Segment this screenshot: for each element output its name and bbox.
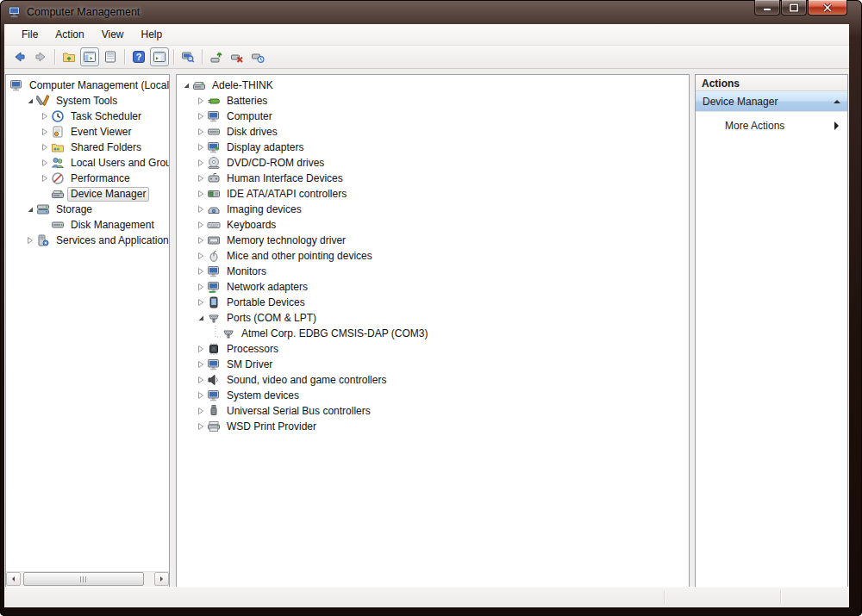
tree-item-label[interactable]: System devices [223,389,303,403]
tree-item-label[interactable]: WSD Print Provider [223,420,320,434]
tree-item-label[interactable]: Monitors [223,264,270,279]
tree-item-shared-folders[interactable]: Shared Folders [6,140,169,155]
up-level-button[interactable] [59,47,78,66]
tree-item-adele-think[interactable]: Adele-THINK [177,78,689,93]
tree-item-label[interactable]: SM Driver [223,358,276,372]
expander-icon[interactable] [195,372,207,388]
expander-icon[interactable] [195,295,207,310]
title-bar[interactable]: Computer Management [0,0,862,24]
expander-icon[interactable] [24,233,36,248]
tree-item-system-devices[interactable]: System devices [177,388,689,403]
back-button[interactable] [10,47,29,66]
expander-icon[interactable] [195,248,207,264]
tree-item-keyboards[interactable]: Keyboards [177,217,689,233]
tree-item-performance[interactable]: Performance [6,171,169,186]
tree-item-sm-driver[interactable]: SM Driver [177,357,689,372]
expander-icon[interactable] [195,357,207,372]
scrollbar-track[interactable] [21,572,154,587]
expander-icon[interactable] [195,186,207,202]
expander-icon[interactable] [195,388,207,403]
tree-item-label[interactable]: Display adapters [223,140,307,155]
expander-icon[interactable] [39,109,51,124]
tree-item-label[interactable]: Sound, video and game controllers [223,373,390,388]
expander-icon[interactable] [39,171,51,186]
scrollbar-thumb[interactable] [23,572,144,586]
scroll-left-button[interactable] [6,572,21,586]
tree-item-processors[interactable]: Processors [177,341,689,357]
menu-action[interactable]: Action [47,26,92,44]
tree-item-label[interactable]: Event Viewer [67,125,134,140]
chevron-up-icon[interactable] [834,100,840,103]
help-button[interactable]: ? [129,47,148,66]
tree-item-storage[interactable]: Storage [6,202,169,217]
tree-item-display-adapters[interactable]: Display adapters [177,140,689,155]
tree-item-label[interactable]: Computer Management (Local) [26,78,169,93]
forward-button[interactable] [31,47,50,66]
tree-item-human-interface-devices[interactable]: Human Interface Devices [177,171,689,186]
more-actions-item[interactable]: More Actions [696,116,847,135]
tree-item-services-and-applications[interactable]: Services and Applications [6,233,169,248]
tree-item-label[interactable]: Processors [223,342,282,357]
expander-icon[interactable] [195,310,207,326]
tree-item-label[interactable]: Ports (COM & LPT) [223,311,320,326]
scroll-right-button[interactable] [154,572,169,586]
expander-icon[interactable] [195,419,207,434]
tree-item-label[interactable]: IDE ATA/ATAPI controllers [223,187,350,202]
expander-icon[interactable] [39,124,51,140]
tree-item-imaging-devices[interactable]: Imaging devices [177,202,689,217]
maximize-button[interactable] [781,0,807,16]
tree-item-label[interactable]: Task Scheduler [67,109,145,124]
show-console-tree-button[interactable] [80,47,99,66]
expander-icon[interactable] [195,93,207,109]
expander-icon[interactable] [195,341,207,357]
expander-icon[interactable] [195,140,207,155]
expander-icon[interactable] [180,78,192,93]
expander-icon[interactable] [195,403,207,419]
tree-item-computer[interactable]: Computer [177,109,689,124]
tree-item-portable-devices[interactable]: Portable Devices [177,295,689,310]
minimize-button[interactable] [754,0,780,16]
tree-item-label[interactable]: Imaging devices [223,202,305,217]
tree-item-label[interactable]: Portable Devices [223,296,309,310]
tree-item-label[interactable]: Network adapters [223,280,311,295]
tree-item-label[interactable]: Adele-THINK [209,78,277,93]
tree-item-label[interactable]: Disk Management [67,218,158,233]
expander-icon[interactable] [195,124,207,140]
tree-item-label[interactable]: Atmel Corp. EDBG CMSIS-DAP (COM3) [238,327,431,341]
tree-item-label[interactable]: Storage [53,202,96,217]
expander-icon[interactable] [195,279,207,295]
tree-item-label[interactable]: System Tools [53,94,121,109]
tree-item-sound-video-and-game-controllers[interactable]: Sound, video and game controllers [177,372,689,388]
tree-item-label[interactable]: Batteries [223,94,271,109]
tree-item-task-scheduler[interactable]: Task Scheduler [6,109,169,124]
tree-item-label[interactable]: Computer [223,109,276,124]
export-list-button[interactable] [101,47,120,66]
tree-item-monitors[interactable]: Monitors [177,264,689,279]
tree-item-mice-and-other-pointing-devices[interactable]: Mice and other pointing devices [177,248,689,264]
expander-icon[interactable] [195,155,207,171]
tree-item-label[interactable]: Universal Serial Bus controllers [223,404,374,419]
tree-item-label[interactable]: DVD/CD-ROM drives [223,156,328,171]
tree-item-atmel-corp-edbg-cmsis-dap-com3[interactable]: Atmel Corp. EDBG CMSIS-DAP (COM3) [177,326,689,341]
tree-item-label[interactable]: Device Manager [67,187,149,202]
update-driver-button[interactable] [207,47,226,66]
tree-item-device-manager[interactable]: Device Manager [6,186,169,202]
menu-help[interactable]: Help [133,26,172,44]
tree-item-batteries[interactable]: Batteries [177,93,689,109]
expander-icon[interactable] [195,171,207,186]
tree-item-event-viewer[interactable]: Event Viewer [6,124,169,140]
horizontal-scrollbar[interactable] [6,571,169,587]
uninstall-device-button[interactable] [228,47,247,66]
tree-item-label[interactable]: Human Interface Devices [223,171,347,186]
tree-item-system-tools[interactable]: System Tools [6,93,169,109]
tree-item-label[interactable]: Keyboards [223,218,279,233]
tree-item-network-adapters[interactable]: Network adapters [177,279,689,295]
menu-file[interactable]: File [13,26,47,44]
expander-icon[interactable] [39,155,51,171]
expander-icon[interactable] [195,202,207,217]
tree-item-label[interactable]: Memory technology driver [223,233,349,248]
show-action-pane-button[interactable] [150,47,169,66]
tree-item-ports-com-lpt[interactable]: Ports (COM & LPT) [177,310,689,326]
tree-item-ide-ata-atapi-controllers[interactable]: IDE ATA/ATAPI controllers [177,186,689,202]
tree-item-disk-management[interactable]: Disk Management [6,217,169,233]
